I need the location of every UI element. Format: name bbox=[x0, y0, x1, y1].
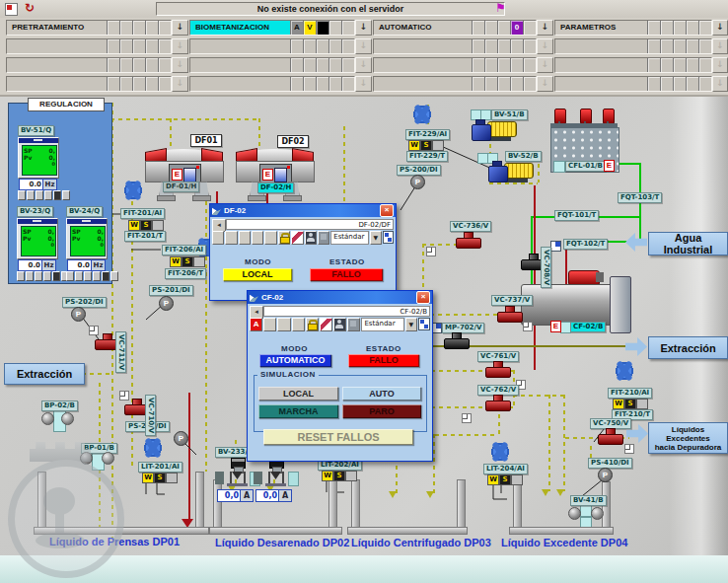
pen-icon[interactable] bbox=[320, 318, 332, 331]
vfd-bv51q[interactable]: SP0, Pv0, 0 bbox=[18, 137, 59, 179]
user-icon[interactable] bbox=[333, 318, 346, 331]
pump-bv41-a[interactable] bbox=[568, 507, 581, 520]
valve-vc750[interactable] bbox=[598, 428, 621, 445]
user-icon[interactable] bbox=[305, 231, 317, 245]
w-cell: W bbox=[142, 473, 154, 483]
tag-bv23q: BV-23/Q bbox=[17, 206, 53, 217]
vfd-buttons[interactable] bbox=[18, 190, 70, 200]
gear-icon bbox=[614, 360, 635, 382]
marcha-button[interactable]: MARCHA bbox=[258, 404, 338, 418]
vfd-bv24q[interactable]: SP0, Pv0, 0 bbox=[66, 218, 108, 259]
tag-fqt103: FQT-103/T bbox=[618, 192, 662, 203]
lock-icon[interactable] bbox=[306, 318, 319, 331]
amp-display-1: 0,0A bbox=[217, 489, 254, 502]
vfd-buttons[interactable] bbox=[66, 271, 118, 281]
pressure-switch-ps200[interactable]: P bbox=[410, 175, 425, 189]
flow-arrowhead bbox=[556, 489, 564, 496]
s-cell: S bbox=[333, 471, 345, 481]
e-badge: E bbox=[172, 169, 182, 181]
app-icon[interactable] bbox=[5, 3, 18, 16]
menu-arrow-pretratamiento[interactable]: ↓ bbox=[172, 20, 188, 36]
combo-dropdown-icon[interactable]: ▼ bbox=[370, 231, 382, 245]
pump-bv41-b[interactable] bbox=[591, 507, 604, 520]
menu-group-biometanizacion[interactable]: BIOMETANIZACION AV bbox=[189, 20, 355, 36]
pen-icon[interactable] bbox=[291, 231, 303, 245]
address-field[interactable]: CF-02/B bbox=[263, 306, 430, 317]
pressure-switch-ps202[interactable]: P bbox=[71, 307, 86, 322]
status-message: No existe conexión con el servidor bbox=[156, 2, 505, 16]
estado-value-fallo: FALLO bbox=[348, 354, 419, 367]
close-icon[interactable]: × bbox=[380, 204, 394, 217]
window-icon[interactable] bbox=[383, 231, 395, 244]
pipe-segment bbox=[433, 434, 435, 493]
panel-icon[interactable] bbox=[347, 318, 360, 331]
auto-button[interactable]: AUTO bbox=[342, 387, 421, 401]
flow-box-depuradora: Líquidos Excedenteshacia Depuradora bbox=[648, 422, 728, 454]
menu-group-automatico[interactable]: AUTOMATICO 0 bbox=[373, 20, 537, 36]
window-icon[interactable] bbox=[418, 318, 430, 330]
tag-bp02: BP-02/B bbox=[41, 401, 78, 411]
pump-bv52b[interactable] bbox=[488, 161, 534, 183]
style-combo[interactable]: Estándar bbox=[330, 231, 369, 245]
paro-button[interactable]: PARO bbox=[342, 404, 421, 418]
menu-group-pretratamiento[interactable]: PRETRATAMIENTO bbox=[6, 20, 172, 36]
menu-group-parametros[interactable]: PARAMETROS bbox=[554, 20, 712, 36]
pressure-switch-ps410[interactable]: P bbox=[598, 468, 613, 482]
corner-marker bbox=[523, 322, 533, 331]
vfd-bv23q[interactable]: SP0, Pv0, 0 bbox=[17, 218, 58, 259]
w-cell: W bbox=[170, 256, 182, 267]
combo-dropdown-icon[interactable]: ▼ bbox=[405, 318, 417, 331]
pipe-segment bbox=[82, 373, 111, 375]
e-badge: E bbox=[262, 169, 273, 181]
display-df02h[interactable]: DF-02/H bbox=[257, 182, 294, 193]
regulacion-title: REGULACION bbox=[28, 98, 105, 111]
pipe-segment bbox=[617, 163, 639, 165]
pressure-switch-ps201[interactable]: P bbox=[159, 296, 174, 311]
local-button[interactable]: LOCAL bbox=[258, 387, 338, 401]
pump-bp01-a[interactable] bbox=[80, 452, 93, 465]
style-combo[interactable]: Estándar bbox=[361, 318, 403, 331]
dialog-df02: DF-02 × ◂ DF-02/DF Estándar ▼ MODO ESTAD… bbox=[209, 203, 397, 301]
decanter-df01[interactable]: E bbox=[145, 147, 222, 210]
down-arrow-icon: ↓ bbox=[360, 22, 368, 32]
valve-mp702[interactable] bbox=[444, 332, 468, 349]
pump-bv51b[interactable] bbox=[472, 119, 517, 142]
menu-arrow-parametros[interactable]: ↓ bbox=[712, 20, 728, 36]
pump-bp02-a[interactable] bbox=[41, 412, 54, 425]
w-cell: W bbox=[613, 399, 624, 409]
agitator-1[interactable] bbox=[215, 458, 258, 487]
menu-arrow-biometanizacion[interactable]: ↓ bbox=[355, 20, 372, 36]
valve-vc736[interactable] bbox=[456, 232, 479, 249]
flag-icon[interactable]: ⚑ bbox=[495, 1, 506, 15]
lock-icon[interactable] bbox=[278, 231, 290, 245]
pipe-segment bbox=[422, 244, 457, 246]
pump-bp02-b[interactable] bbox=[61, 412, 74, 425]
pipe-segment bbox=[563, 395, 565, 491]
reset-fallos-button[interactable]: RESET FALLOS bbox=[263, 429, 413, 445]
display-df01h[interactable]: DF-01/H bbox=[163, 182, 199, 192]
flow-arrow-right-icon bbox=[625, 337, 647, 356]
panel-icon[interactable] bbox=[318, 231, 329, 245]
dialog-titlebar[interactable]: CF-02 × bbox=[248, 291, 432, 304]
refresh-icon[interactable]: ↻ bbox=[25, 1, 35, 15]
tag-cf02b[interactable]: CF-02/B bbox=[570, 322, 606, 332]
vfd-buttons[interactable] bbox=[17, 271, 69, 281]
hz-display-bv23q: 0.0Hz bbox=[18, 259, 56, 271]
pump-bp01-b[interactable] bbox=[102, 452, 114, 465]
menu-arrow-automatico[interactable]: ↓ bbox=[537, 20, 553, 36]
s-cell: S bbox=[182, 256, 193, 267]
tag-fit206ai: FIT-206/AI bbox=[162, 245, 206, 255]
agitator-2[interactable] bbox=[254, 458, 297, 487]
address-field[interactable]: DF-02/DF bbox=[226, 219, 394, 230]
decanter-df02[interactable]: E bbox=[236, 147, 313, 210]
close-icon[interactable]: × bbox=[416, 291, 430, 304]
valve-vc762[interactable] bbox=[485, 395, 509, 411]
s-cell: S bbox=[154, 473, 166, 483]
valve-vc761[interactable] bbox=[485, 361, 509, 378]
tag-fit201ai: FIT-201/AI bbox=[120, 208, 165, 219]
pressure-switch-ps230[interactable]: P bbox=[174, 431, 188, 446]
flow-box-extraccion-left: Extracción bbox=[4, 363, 85, 385]
dialog-titlebar[interactable]: DF-02 × bbox=[210, 204, 396, 217]
window-mini-icon[interactable] bbox=[550, 241, 561, 252]
valve-vc737[interactable] bbox=[497, 306, 521, 323]
